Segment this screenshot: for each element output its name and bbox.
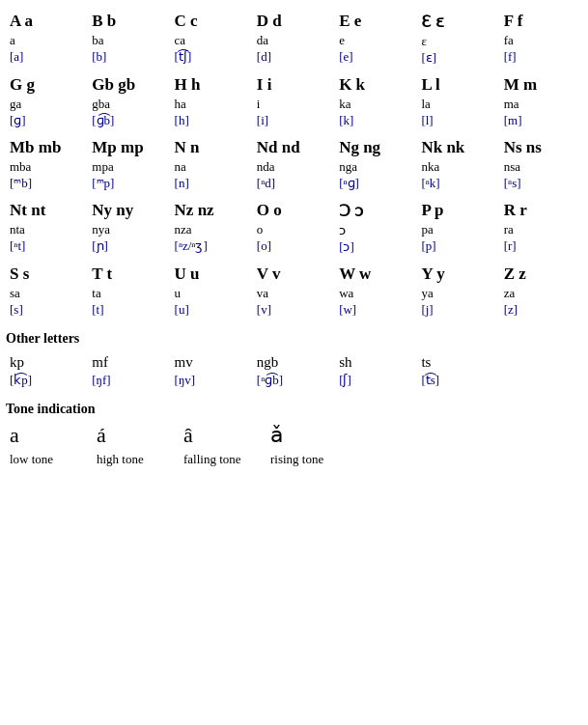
letter-cell: S s sa [s]	[6, 261, 88, 323]
letter-cell: Gb gb gba [ɡ͡b]	[88, 71, 170, 134]
letter-cell: H h ha [h]	[171, 71, 253, 134]
letter-example: mpa	[92, 159, 168, 175]
letter-main: F f	[504, 12, 580, 31]
letter-example: ma	[504, 97, 580, 112]
tone-char: ǎ	[270, 423, 350, 448]
letter-main: Mb mb	[10, 138, 86, 157]
letter-cell: N n na [n]	[171, 134, 253, 197]
other-letter-ipa: [ŋv]	[175, 373, 251, 388]
letter-example: ta	[92, 286, 168, 301]
tone-char: a	[10, 423, 89, 448]
letter-main: U u	[175, 265, 251, 284]
letter-main: Nt nt	[10, 201, 86, 220]
letter-main: Nk nk	[421, 138, 497, 157]
letter-example: nsa	[504, 159, 580, 175]
other-letter-main: ngb	[257, 354, 333, 371]
letter-main: Ɔ ɔ	[339, 201, 415, 221]
other-letter-cell: kp [k͡p]	[6, 350, 88, 394]
letter-main: P p	[421, 201, 497, 220]
letter-example: ca	[175, 33, 251, 48]
letter-ipa: [r]	[504, 238, 580, 254]
letter-ipa: [ᵐb]	[10, 176, 86, 191]
other-letter-cell	[500, 350, 582, 394]
letter-cell: C c ca [t͡ʃ]	[171, 8, 253, 71]
letter-cell: E e e [e]	[335, 8, 417, 71]
letter-ipa: [z]	[504, 302, 580, 318]
tone-label: low tone	[10, 452, 89, 467]
other-letters-grid: kp [k͡p] mf [ŋf] mv [ŋv] ngb [ⁿɡ͡b] sh […	[6, 350, 582, 394]
letter-cell: Z z za [z]	[500, 261, 582, 323]
letter-cell: Nd nd nda [ⁿd]	[253, 134, 335, 197]
letter-ipa: [j]	[421, 302, 497, 318]
tone-cell: á high tone	[93, 421, 180, 469]
letter-example: nza	[175, 222, 251, 237]
letter-example: gba	[92, 97, 168, 112]
letter-cell: F f fa [f]	[500, 8, 582, 71]
letter-cell: Mb mb mba [ᵐb]	[6, 134, 88, 197]
tone-label: high tone	[97, 452, 176, 467]
letter-cell: Ns ns nsa [ⁿs]	[500, 134, 582, 197]
other-letter-main: mv	[175, 354, 251, 371]
other-letter-cell: ts [t͡s]	[417, 350, 499, 394]
letter-ipa: [i]	[257, 113, 333, 128]
other-letter-ipa: [ʃ]	[339, 373, 415, 388]
letter-ipa: [b]	[92, 49, 168, 65]
letter-example: wa	[339, 286, 415, 301]
letter-example: la	[421, 97, 497, 112]
letter-main: Nd nd	[257, 138, 333, 157]
letter-cell: D d da [d]	[253, 8, 335, 71]
letter-ipa: [ᵐp]	[92, 176, 168, 191]
letter-ipa: [e]	[339, 49, 415, 65]
other-letter-cell: mf [ŋf]	[88, 350, 170, 394]
letter-main: B b	[92, 12, 168, 31]
letter-main: Ns ns	[504, 138, 580, 157]
letter-ipa: [h]	[175, 113, 251, 128]
letter-main: Mp mp	[92, 138, 168, 157]
other-letter-ipa: [ŋf]	[92, 373, 168, 388]
tone-cell: â falling tone	[180, 421, 266, 469]
tone-char: á	[97, 423, 176, 448]
letter-main: Ny ny	[92, 201, 168, 220]
letter-ipa: [m]	[504, 113, 580, 128]
tone-label: rising tone	[270, 452, 350, 467]
letter-main: W w	[339, 265, 415, 284]
letter-main: L l	[421, 75, 497, 95]
letter-example: a	[10, 33, 86, 48]
tone-char: â	[183, 423, 263, 448]
tone-cell: ǎ rising tone	[266, 421, 353, 469]
letter-ipa: [k]	[339, 113, 415, 128]
other-letter-cell: ngb [ⁿɡ͡b]	[253, 350, 335, 394]
letter-cell: Mp mp mpa [ᵐp]	[88, 134, 170, 197]
letter-main: Ɛ ɛ	[421, 12, 497, 32]
letter-cell: M m ma [m]	[500, 71, 582, 134]
letter-example: nta	[10, 222, 86, 237]
other-letter-ipa: [ⁿɡ͡b]	[257, 373, 333, 388]
letter-example: pa	[421, 222, 497, 237]
letter-ipa: [v]	[257, 302, 333, 318]
letter-cell: Nz nz nza [ⁿz/ⁿʒ]	[171, 197, 253, 261]
letter-cell: K k ka [k]	[335, 71, 417, 134]
letter-example: ɔ	[339, 223, 415, 238]
letter-cell: A a a [a]	[6, 8, 88, 71]
letter-example: va	[257, 286, 333, 301]
letter-cell: V v va [v]	[253, 261, 335, 323]
letter-example: da	[257, 33, 333, 48]
letter-example: mba	[10, 159, 86, 175]
letter-main: H h	[175, 75, 251, 95]
letter-ipa: [s]	[10, 302, 86, 318]
letter-ipa: [ⁿd]	[257, 176, 333, 191]
letter-cell: U u u [u]	[171, 261, 253, 323]
letter-example: ha	[175, 97, 251, 112]
other-letter-cell: mv [ŋv]	[171, 350, 253, 394]
letter-cell: B b ba [b]	[88, 8, 170, 71]
letter-ipa: [l]	[421, 113, 497, 128]
letter-ipa: [ⁿt]	[10, 238, 86, 254]
letter-ipa: [f]	[504, 49, 580, 65]
letter-ipa: [ɡ͡b]	[92, 113, 168, 128]
letter-example: nga	[339, 159, 415, 175]
letter-example: nka	[421, 159, 497, 175]
letter-main: C c	[175, 12, 251, 31]
letter-cell: Ng ng nga [ⁿɡ]	[335, 134, 417, 197]
tone-grid: a low tone á high tone â falling tone ǎ …	[6, 421, 582, 469]
letter-ipa: [ⁿɡ]	[339, 176, 415, 191]
